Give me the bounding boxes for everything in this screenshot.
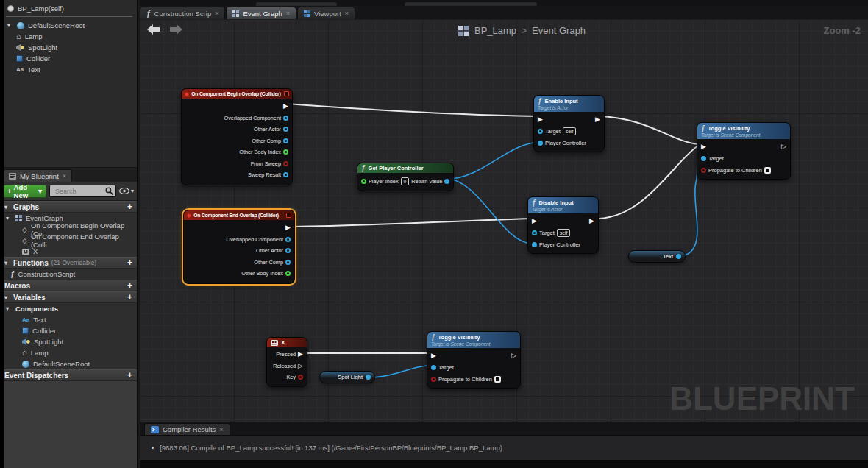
exec-out-pin[interactable]: ▷ (298, 363, 303, 369)
var-item-spotlight[interactable]: SpotLight (0, 336, 137, 347)
node-toggle-visibility-top[interactable]: ƒToggle Visibility Target is Scene Compo… (697, 122, 791, 180)
close-icon[interactable]: × (286, 10, 290, 17)
exec-out-pin[interactable]: ▷ (511, 352, 516, 359)
propagate-checkbox[interactable] (494, 376, 501, 383)
int-pin[interactable] (285, 271, 291, 276)
target-self-value[interactable]: self (563, 127, 577, 135)
tree-item-collider[interactable]: Collider (0, 53, 137, 64)
exec-out-pin[interactable]: ▶ (283, 103, 288, 110)
object-pin[interactable] (285, 248, 291, 253)
exec-in-pin[interactable]: ▶ (431, 352, 436, 359)
exec-in-pin[interactable]: ▶ (538, 116, 543, 123)
tab-viewport[interactable]: Viewport × (297, 7, 355, 19)
section-event-dispatchers[interactable]: Event Dispatchers + (0, 369, 137, 381)
list-item-constructionscript[interactable]: ƒ ConstructionScript (0, 269, 137, 280)
object-pin[interactable] (676, 254, 681, 259)
add-macro-button[interactable]: + (127, 282, 132, 289)
node-header[interactable]: ◆ On Component End Overlap (Collider) (184, 210, 294, 220)
bool-pin[interactable] (283, 161, 288, 166)
wire-exec[interactable] (287, 104, 538, 116)
tree-item-defaultsceneroot[interactable]: ▾ DefaultSceneRoot (0, 20, 137, 31)
add-variable-button[interactable]: + (127, 294, 132, 301)
node-x-key-event[interactable]: X Pressed▶ Released▷ Key (266, 337, 307, 387)
node-begin-overlap[interactable]: ◆ On Component Begin Overlap (Collider) … (181, 88, 293, 185)
bool-pin[interactable] (431, 377, 436, 382)
node-toggle-visibility-bottom[interactable]: ƒToggle Visibility Target is Scene Compo… (427, 331, 521, 389)
wire-object[interactable] (448, 179, 532, 244)
node-enable-input[interactable]: ƒEnable Input Target is Actor ▶▶ Targets… (533, 95, 605, 152)
key-pin[interactable] (298, 375, 303, 380)
tree-item-spotlight[interactable]: SpotLight (0, 42, 137, 53)
target-pin[interactable] (431, 365, 436, 370)
wire-exec[interactable] (599, 116, 698, 144)
wire-object[interactable] (369, 365, 435, 377)
player-controller-pin[interactable] (538, 141, 543, 146)
exec-in-pin[interactable]: ▶ (701, 143, 706, 150)
section-macros[interactable]: Macros + (0, 280, 137, 291)
target-pin[interactable] (532, 230, 537, 235)
tab-compiler-results[interactable]: Compiler Results × (144, 423, 230, 435)
object-pin[interactable] (366, 375, 371, 380)
breadcrumb-asset[interactable]: BP_Lamp (474, 25, 516, 36)
compiler-log-row[interactable]: • [9683.06] Compile of BP_Lamp successfu… (140, 435, 868, 460)
tab-construction-script[interactable]: ƒ Construction Scrip × (140, 7, 225, 19)
forward-arrow-button[interactable] (170, 24, 182, 35)
object-pin[interactable] (283, 138, 288, 143)
object-pin[interactable] (444, 179, 449, 184)
exec-out-pin[interactable]: ▶ (285, 224, 291, 231)
player-index-value[interactable]: 0 (401, 177, 410, 185)
target-self-value[interactable]: self (557, 229, 571, 237)
target-pin[interactable] (538, 129, 543, 134)
object-pin[interactable] (283, 127, 288, 132)
wire-object[interactable] (448, 142, 541, 179)
target-pin[interactable] (701, 156, 706, 161)
int-pin[interactable] (283, 149, 288, 155)
node-header[interactable]: ƒDisable Input Target is Actor (528, 197, 598, 213)
close-icon[interactable]: × (345, 10, 349, 17)
exec-out-pin[interactable]: ▶ (589, 218, 594, 224)
view-options-button[interactable]: ▾ (119, 188, 134, 194)
add-graph-button[interactable]: + (127, 203, 132, 210)
delegate-pin[interactable] (284, 91, 289, 96)
delegate-pin[interactable] (286, 213, 291, 218)
var-item-text[interactable]: Aa Text (0, 314, 137, 325)
var-item-defaultsceneroot[interactable]: DefaultSceneRoot (0, 358, 137, 369)
node-end-overlap[interactable]: ◆ On Component End Overlap (Collider) ▶ … (183, 210, 295, 284)
section-functions[interactable]: ▾ Functions (21 Overridable) + (0, 257, 137, 269)
player-controller-pin[interactable] (532, 242, 537, 247)
expander-icon[interactable]: ▾ (6, 215, 12, 221)
tab-event-graph[interactable]: Event Graph × (226, 7, 296, 19)
struct-pin[interactable] (283, 172, 288, 177)
node-header[interactable]: X (267, 338, 307, 347)
node-header[interactable]: ƒToggle Visibility Target is Scene Compo… (427, 332, 520, 348)
wire-exec[interactable] (599, 146, 698, 219)
components-self-row[interactable]: BP_Lamp(self) (0, 1, 137, 15)
exec-out-pin[interactable]: ▶ (595, 116, 600, 123)
node-text-variable[interactable]: Text (628, 250, 686, 263)
tree-item-lamp[interactable]: ⌂ Lamp (0, 31, 137, 42)
node-header[interactable]: ƒGet Player Controller (357, 163, 453, 173)
node-header[interactable]: ƒToggle Visibility Target is Scene Compo… (697, 123, 790, 139)
exec-out-pin[interactable]: ▷ (781, 143, 786, 150)
section-graphs[interactable]: ▾ Graphs + (0, 201, 137, 213)
var-item-collider[interactable]: Collider (0, 325, 137, 336)
node-get-player-controller[interactable]: ƒGet Player Controller Player Index 0 Re… (357, 163, 454, 191)
propagate-checkbox[interactable] (764, 167, 771, 174)
back-arrow-button[interactable] (147, 24, 160, 35)
object-pin[interactable] (285, 260, 291, 265)
node-disable-input[interactable]: ƒDisable Input Target is Actor ▶▶ Target… (527, 196, 599, 254)
bool-pin[interactable] (701, 168, 706, 173)
object-pin[interactable] (283, 116, 288, 121)
tab-my-blueprint[interactable]: My Blueprint × (3, 169, 72, 182)
tree-item-text[interactable]: Aa Text (0, 64, 137, 75)
node-header[interactable]: ◆ On Component Begin Overlap (Collider) (182, 89, 292, 99)
int-pin[interactable] (361, 179, 366, 184)
search-field[interactable] (49, 185, 116, 197)
add-function-button[interactable]: + (127, 259, 132, 266)
exec-in-pin[interactable]: ▶ (532, 218, 537, 224)
node-spotlight-variable[interactable]: Spot Light (319, 371, 375, 383)
search-input[interactable] (54, 187, 105, 196)
close-icon[interactable]: × (63, 172, 66, 180)
close-icon[interactable]: × (219, 426, 223, 433)
add-dispatcher-button[interactable]: + (127, 372, 132, 379)
